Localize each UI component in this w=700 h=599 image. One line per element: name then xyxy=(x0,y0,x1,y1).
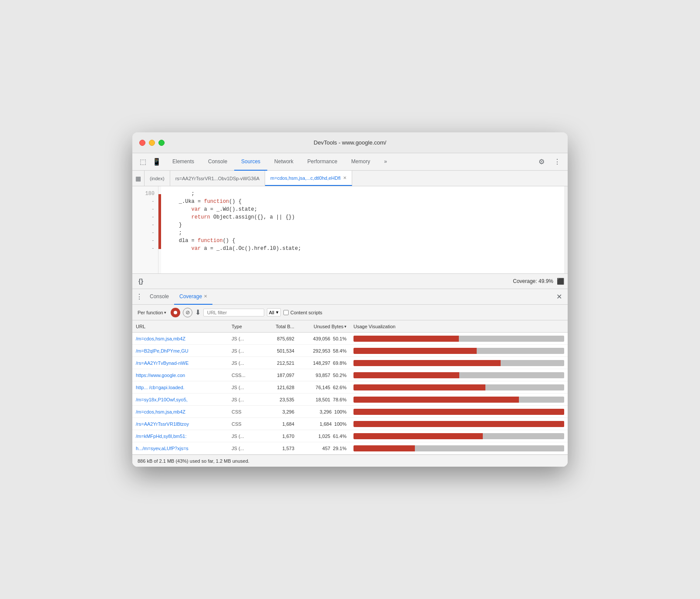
cell-unused: 148,297 69.8% xyxy=(298,360,350,366)
tab-sources[interactable]: Sources xyxy=(234,153,267,171)
per-function-dropdown[interactable]: Per function ▾ xyxy=(136,309,168,316)
cell-unused: 76,145 62.6% xyxy=(298,385,350,390)
tab-console[interactable]: Console xyxy=(201,153,234,171)
content-scripts-checkbox[interactable] xyxy=(283,310,289,315)
device-toolbar-icon[interactable]: 📱 xyxy=(150,155,164,169)
sidebar-toggle[interactable]: ▦ xyxy=(132,171,145,186)
scrollbar[interactable] xyxy=(564,186,568,273)
tab-performance[interactable]: Performance xyxy=(300,153,344,171)
table-row[interactable]: https://www.google.con CSS... 187,097 93… xyxy=(132,369,568,381)
file-tab-close-icon[interactable]: ✕ xyxy=(343,175,347,180)
cell-url: http... /cb=gapi.loaded. xyxy=(132,385,228,390)
cell-unused: 93,857 50.2% xyxy=(298,373,350,378)
file-tab-rs[interactable]: rs=AA2YrTssrVR1...Obv1DSp-vWG36A xyxy=(170,171,265,186)
cell-total: 121,628 xyxy=(263,385,298,390)
file-tab-index[interactable]: (index) xyxy=(145,171,170,186)
table-row[interactable]: h.../m=syev,aLUfP?xjs=s JS (... 1,573 45… xyxy=(132,442,568,454)
cell-unused: 1,025 61.4% xyxy=(298,434,350,439)
cell-unused: 18,501 78.6% xyxy=(298,397,350,402)
settings-icon[interactable]: ⚙ xyxy=(535,155,549,169)
status-text: 886 kB of 2.1 MB (43%) used so far, 1.2 … xyxy=(138,458,249,464)
tab-more[interactable]: » xyxy=(377,153,394,171)
inspect-element-icon[interactable]: ⬚ xyxy=(136,155,150,169)
cell-unused: 3,296 100% xyxy=(298,409,350,414)
table-row[interactable]: /m=cdos,hsm,jsa,mb4Z CSS 3,296 3,296 100… xyxy=(132,406,568,418)
cell-total: 875,692 xyxy=(263,336,298,341)
bottom-toolbar: {} Coverage: 49.9% ⬛ xyxy=(132,273,568,289)
record-button[interactable] xyxy=(171,308,180,317)
close-button[interactable] xyxy=(139,140,145,146)
cell-type: CSS xyxy=(228,421,263,427)
panel-tab-console[interactable]: Console xyxy=(145,289,174,305)
panel-menu-icon[interactable]: ⋮ xyxy=(134,292,145,302)
sort-arrow-icon: ▾ xyxy=(344,324,347,329)
cell-viz xyxy=(350,372,568,378)
tab-elements[interactable]: Elements xyxy=(165,153,201,171)
cell-unused: 457 29.1% xyxy=(298,446,350,451)
col-header-type[interactable]: Type xyxy=(228,324,263,329)
cell-type: JS (... xyxy=(228,385,263,390)
url-filter-input[interactable] xyxy=(203,309,264,316)
more-options-icon[interactable]: ⋮ xyxy=(550,155,564,169)
coverage-percentage: Coverage: 49.9% xyxy=(513,278,553,284)
panel-close-button[interactable]: ✕ xyxy=(554,292,564,302)
top-toolbar: ⬚ 📱 Elements Console Sources Network Per… xyxy=(132,153,568,171)
coverage-table: URL Type Total B... Unused Bytes ▾ Usage… xyxy=(132,320,568,454)
cell-viz xyxy=(350,336,568,342)
panel-tabs-bar: ⋮ Console Coverage ✕ ✕ xyxy=(132,289,568,305)
cell-url: /m=sy18x,P10Owf,syo5, xyxy=(132,397,228,402)
cell-url: /m=B2qlPe,DhPYme,GU xyxy=(132,348,228,353)
filter-dropdown-icon: ▾ xyxy=(276,310,279,315)
download-button[interactable]: ⬇ xyxy=(195,308,201,316)
col-header-unused[interactable]: Unused Bytes ▾ xyxy=(298,324,350,329)
table-row[interactable]: /rs=AA2YrTvBynad-nWE JS (... 212,521 148… xyxy=(132,357,568,369)
devtools-container: ⬚ 📱 Elements Console Sources Network Per… xyxy=(132,153,568,467)
toolbar-right: ⚙ ⋮ xyxy=(535,155,564,169)
content-scripts-checkbox-label[interactable]: Content scripts xyxy=(283,310,322,315)
cell-viz xyxy=(350,421,568,427)
cell-type: CSS xyxy=(228,409,263,414)
cell-type: JS (... xyxy=(228,397,263,402)
cell-type: JS (... xyxy=(228,446,263,451)
coverage-controls: Per function ▾ ⊘ ⬇ All ▾ Content scripts xyxy=(132,305,568,320)
table-row[interactable]: /m=kMFpHd,sy8l,bm51: JS (... 1,670 1,025… xyxy=(132,430,568,442)
cell-total: 1,684 xyxy=(263,421,298,427)
tab-network[interactable]: Network xyxy=(267,153,300,171)
cell-total: 212,521 xyxy=(263,360,298,366)
file-tabs: ▦ (index) rs=AA2YrTssrVR1...Obv1DSp-vWG3… xyxy=(132,171,568,186)
table-row[interactable]: /m=sy18x,P10Owf,syo5, JS (... 23,535 18,… xyxy=(132,394,568,406)
cell-unused: 439,056 50.1% xyxy=(298,336,350,341)
cell-url: /rs=AA2YrTssrVR1lBtzoy xyxy=(132,421,228,427)
col-header-viz: Usage Visualization xyxy=(350,324,568,329)
cell-total: 3,296 xyxy=(263,409,298,414)
format-button[interactable]: {} xyxy=(136,277,146,286)
table-row[interactable]: /m=cdos,hsm,jsa,mb4Z JS (... 875,692 439… xyxy=(132,333,568,345)
panel-tab-coverage[interactable]: Coverage ✕ xyxy=(174,289,212,305)
cell-unused: 1,684 100% xyxy=(298,421,350,427)
cell-url: h.../m=syev,aLUfP?xjs=s xyxy=(132,446,228,451)
cell-type: CSS... xyxy=(228,373,263,378)
clear-button[interactable]: ⊘ xyxy=(183,308,192,317)
file-tab-m-cdos[interactable]: m=cdos,hsm,jsa,...c,dtl0hd,eHDfl ✕ xyxy=(265,171,352,186)
minimize-button[interactable] xyxy=(149,140,155,146)
coverage-tab-close-icon[interactable]: ✕ xyxy=(204,294,207,299)
cell-total: 23,535 xyxy=(263,397,298,402)
table-row[interactable]: /rs=AA2YrTssrVR1lBtzoy CSS 1,684 1,684 1… xyxy=(132,418,568,430)
table-row[interactable]: http... /cb=gapi.loaded. JS (... 121,628… xyxy=(132,381,568,394)
cell-type: JS (... xyxy=(228,336,263,341)
cell-type: JS (... xyxy=(228,348,263,353)
cell-viz xyxy=(350,445,568,451)
col-header-url[interactable]: URL xyxy=(132,324,228,329)
screenshot-button[interactable]: ⬛ xyxy=(557,278,564,285)
filter-all-select[interactable]: All ▾ xyxy=(267,308,281,316)
code-editor[interactable]: ; _.Uka = function() { var a = _.Wd().st… xyxy=(161,186,564,273)
cell-url: /m=kMFpHd,sy8l,bm51: xyxy=(132,434,228,439)
col-header-total[interactable]: Total B... xyxy=(263,324,298,329)
cell-total: 1,573 xyxy=(263,446,298,451)
cell-unused: 292,953 58.4% xyxy=(298,348,350,353)
maximize-button[interactable] xyxy=(158,140,165,146)
table-row[interactable]: /m=B2qlPe,DhPYme,GU JS (... 501,534 292,… xyxy=(132,345,568,357)
cell-total: 187,097 xyxy=(263,373,298,378)
tab-memory[interactable]: Memory xyxy=(344,153,377,171)
main-tabs: Elements Console Sources Network Perform… xyxy=(165,153,394,171)
